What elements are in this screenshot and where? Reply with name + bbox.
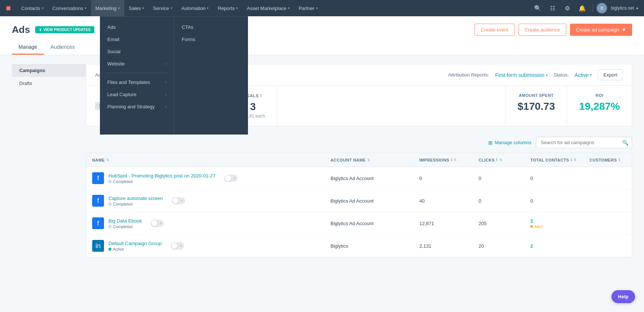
files-templates-arrow: ›: [165, 80, 167, 84]
notifications-icon[interactable]: 🔔: [576, 1, 589, 15]
dropdown-planning-strategy[interactable]: Planning and Strategy ›: [100, 101, 174, 113]
info-clicks-icon[interactable]: ℹ: [496, 157, 497, 162]
stat-amount-spent: AMOUNT SPENT $170.73: [505, 86, 567, 126]
impressions-cell: 40: [413, 193, 473, 209]
toggle-knob: [225, 175, 231, 181]
campaign-info: Capture automate screen Completed: [108, 196, 163, 206]
dropdown-lead-capture[interactable]: Lead Capture ›: [100, 88, 174, 101]
planning-strategy-arrow: ›: [165, 105, 167, 109]
table-row: f Capture automate screen Completed ✓ Bi…: [86, 190, 632, 212]
sort-name-icon[interactable]: ⇅: [106, 158, 109, 162]
user-avatar[interactable]: B: [597, 3, 607, 13]
nav-asset-marketplace[interactable]: Asset Marketplace ▾: [242, 0, 294, 16]
campaign-title[interactable]: HubSpot - Promoting Biglytics post on 20…: [108, 173, 215, 179]
settings-icon[interactable]: ⚙: [561, 1, 574, 15]
marketing-dropdown-col2: CTAs Forms: [174, 17, 248, 135]
total-contacts-cell: 2 Alert: [524, 213, 584, 234]
deals-info-icon[interactable]: ℹ: [260, 93, 262, 98]
toggle-cell: ✓: [172, 197, 185, 204]
nav-conversations[interactable]: Conversations ▾: [48, 0, 91, 16]
nav-partner[interactable]: Partner ▾: [294, 0, 322, 16]
sort-account-icon[interactable]: ⇅: [367, 158, 370, 162]
hubspot-logo[interactable]: ■: [6, 3, 11, 13]
table-row: in Default Campaign Group Active ✓ Bigly…: [86, 235, 632, 257]
th-clicks: CLICKS ℹ ⇅: [473, 153, 524, 167]
dropdown-forms[interactable]: Forms: [174, 33, 248, 45]
table-row: f HubSpot - Promoting Biglytics post on …: [86, 167, 632, 190]
dropdown-ctas[interactable]: CTAs: [174, 21, 248, 33]
asset-marketplace-caret: ▾: [288, 6, 290, 10]
search-input[interactable]: [536, 137, 632, 148]
th-total-contacts: TOTAL CONTACTS ℹ ⇅: [524, 153, 584, 167]
campaign-title[interactable]: Big Data Ebook: [108, 218, 142, 224]
marketplace-icon[interactable]: ☷: [546, 1, 559, 15]
nav-automation[interactable]: Automation ▾: [177, 0, 214, 16]
tab-audiences[interactable]: Audiences: [44, 40, 81, 55]
search-icon[interactable]: 🔍: [622, 140, 628, 146]
sidebar-item-campaigns[interactable]: Campaigns: [12, 64, 86, 77]
account-name[interactable]: biglytics.net: [611, 6, 634, 11]
create-audience-button[interactable]: Create audience: [519, 24, 566, 36]
account-name-cell: Biglytics Ad Account: [325, 216, 413, 231]
account-name-cell: Biglytics Ad Account: [325, 170, 413, 186]
info-impressions-icon[interactable]: ℹ: [451, 157, 452, 162]
campaign-info: Big Data Ebook Completed: [108, 218, 142, 229]
nav-reports[interactable]: Reports ▾: [213, 0, 242, 16]
customers-cell: [584, 173, 632, 183]
status-label: Status:: [554, 72, 568, 78]
campaign-toggle[interactable]: ✓: [224, 174, 238, 182]
campaign-toggle[interactable]: ✓: [171, 242, 184, 250]
nav-sales[interactable]: Sales ▾: [124, 0, 149, 16]
reports-caret: ▾: [236, 6, 238, 10]
campaign-info: Default Campaign Group Active: [108, 241, 162, 251]
attribution-dropdown[interactable]: First form submission ▾: [495, 72, 548, 78]
table-actions: Manage columns 🔍: [86, 132, 632, 153]
total-contacts-cell: 0: [524, 193, 584, 209]
nav-marketing[interactable]: Marketing ▾: [91, 0, 124, 16]
sort-clicks-icon[interactable]: ⇅: [499, 158, 502, 162]
th-impressions: IMPRESSIONS ℹ ⇅: [413, 153, 473, 167]
sort-contacts-icon[interactable]: ⇅: [574, 158, 577, 162]
info-customers-icon[interactable]: ℹ: [618, 157, 620, 162]
header-actions: Create event Create audience Create ad c…: [474, 24, 632, 36]
conversations-caret: ▾: [85, 6, 87, 10]
dropdown-files-templates[interactable]: Files and Templates ›: [100, 76, 174, 88]
product-update-badge[interactable]: VIEW PRODUCT UPDATES: [35, 26, 94, 33]
create-campaign-caret: ▼: [621, 27, 626, 33]
total-contacts-cell: 0: [524, 170, 584, 186]
account-caret[interactable]: ▾: [636, 6, 638, 10]
export-button[interactable]: Export: [598, 69, 623, 80]
website-arrow: ›: [165, 62, 167, 66]
campaign-title[interactable]: Capture automate screen: [108, 196, 163, 201]
tab-manage[interactable]: Manage: [12, 40, 44, 55]
attribution-caret: ▾: [546, 73, 548, 77]
roi-value: 19,287%: [579, 101, 620, 112]
roi-label: ROI: [579, 93, 620, 98]
contacts-caret: ▾: [42, 6, 44, 10]
campaign-name-cell: f Capture automate screen Completed ✓: [86, 190, 325, 212]
campaign-status: Completed: [108, 202, 163, 206]
campaign-title[interactable]: Default Campaign Group: [108, 241, 162, 246]
info-contacts-icon[interactable]: ℹ: [570, 157, 572, 162]
th-account-name: ACCOUNT NAME ⇅: [325, 153, 413, 167]
sort-impressions-icon[interactable]: ⇅: [454, 158, 457, 162]
search-button[interactable]: 🔍: [531, 1, 544, 15]
toggle-check-icon: ✓: [181, 199, 184, 203]
platform-icon: in: [92, 240, 104, 252]
dropdown-email[interactable]: Email: [100, 33, 174, 45]
sidebar-item-drafts[interactable]: Drafts: [12, 77, 86, 90]
nav-service[interactable]: Service ▾: [148, 0, 177, 16]
clicks-cell: 205: [473, 216, 524, 231]
dropdown-website[interactable]: Website ›: [100, 58, 174, 70]
dropdown-social[interactable]: Social: [100, 45, 174, 58]
create-campaign-button[interactable]: Create ad campaign ▼: [570, 24, 632, 36]
status-dropdown[interactable]: Active ▾: [574, 72, 592, 78]
campaign-toggle[interactable]: ✓: [151, 220, 164, 227]
dropdown-divider: [106, 73, 168, 73]
nav-contacts[interactable]: Contacts ▾: [17, 0, 48, 16]
status-dot: [108, 225, 111, 228]
create-event-button[interactable]: Create event: [474, 24, 514, 36]
dropdown-ads[interactable]: Ads: [100, 21, 174, 33]
campaign-toggle[interactable]: ✓: [172, 197, 185, 204]
manage-columns-button[interactable]: Manage columns: [488, 140, 531, 146]
